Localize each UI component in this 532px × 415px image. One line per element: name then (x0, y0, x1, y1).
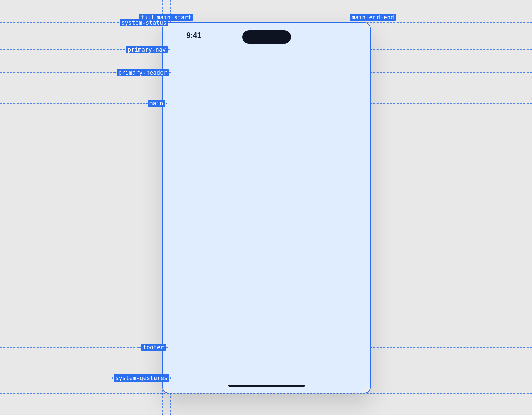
phone-frame: 9:41 (162, 22, 371, 393)
phone-corner (364, 23, 370, 29)
hguide-bottom (0, 393, 532, 394)
phone-corner (163, 387, 169, 393)
status-clock: 9:41 (186, 31, 201, 40)
label-full-bleed-end: d-end (375, 14, 396, 21)
label-main: main (148, 100, 165, 107)
label-footer: footer (141, 344, 166, 351)
label-system-gestures: system-gestures (114, 374, 169, 382)
vguide-full-bleed-end (371, 0, 371, 415)
label-system-status: system-status (120, 19, 168, 26)
phone-corner (364, 387, 370, 393)
label-primary-nav: primary-nav (126, 46, 168, 53)
home-indicator[interactable] (228, 385, 305, 387)
dynamic-island (242, 30, 291, 44)
label-primary-header: primary-header (117, 69, 169, 76)
